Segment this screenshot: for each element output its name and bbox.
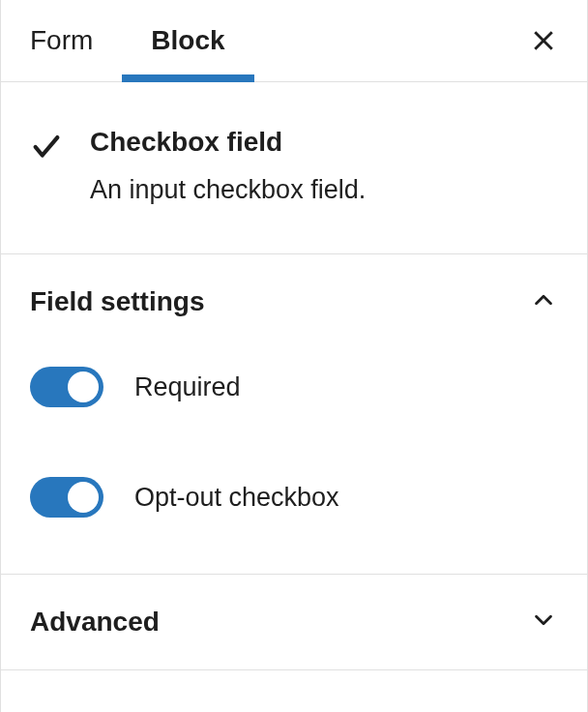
block-text: Checkbox field An input checkbox field. [90, 127, 558, 205]
section-field-settings: Field settings Required Opt-out checkbox [1, 254, 587, 575]
tab-form[interactable]: Form [1, 0, 122, 81]
chevron-down-icon [529, 606, 558, 638]
close-button[interactable] [519, 16, 568, 65]
toggle-row-required: Required [30, 349, 558, 425]
block-info-row: Checkbox field An input checkbox field. [30, 127, 558, 205]
tab-block-label: Block [151, 25, 224, 55]
toggle-optout[interactable] [30, 477, 103, 518]
block-title: Checkbox field [90, 127, 558, 158]
toggle-required[interactable] [30, 367, 103, 407]
toggle-required-label: Required [134, 372, 241, 402]
tabs-header: Form Block [1, 0, 587, 82]
chevron-up-icon [529, 285, 558, 318]
section-advanced-title: Advanced [30, 607, 160, 638]
checkbox-field-icon [30, 131, 63, 167]
toggle-optout-label: Opt-out checkbox [134, 483, 339, 513]
block-description: An input checkbox field. [90, 175, 558, 205]
section-field-settings-title: Field settings [30, 286, 204, 317]
block-info: Checkbox field An input checkbox field. [1, 82, 587, 254]
toggle-row-optout: Opt-out checkbox [30, 460, 558, 535]
toggle-knob [68, 371, 99, 402]
toggle-knob [68, 482, 99, 513]
tab-block[interactable]: Block [122, 0, 253, 81]
section-field-settings-header[interactable]: Field settings [1, 254, 587, 349]
block-settings-panel: Form Block Checkbox field An input check… [0, 0, 588, 712]
section-advanced-header[interactable]: Advanced [1, 575, 587, 669]
section-field-settings-body: Required Opt-out checkbox [1, 349, 587, 574]
tab-form-label: Form [30, 25, 93, 55]
close-icon [529, 26, 558, 55]
section-advanced: Advanced [1, 575, 587, 670]
